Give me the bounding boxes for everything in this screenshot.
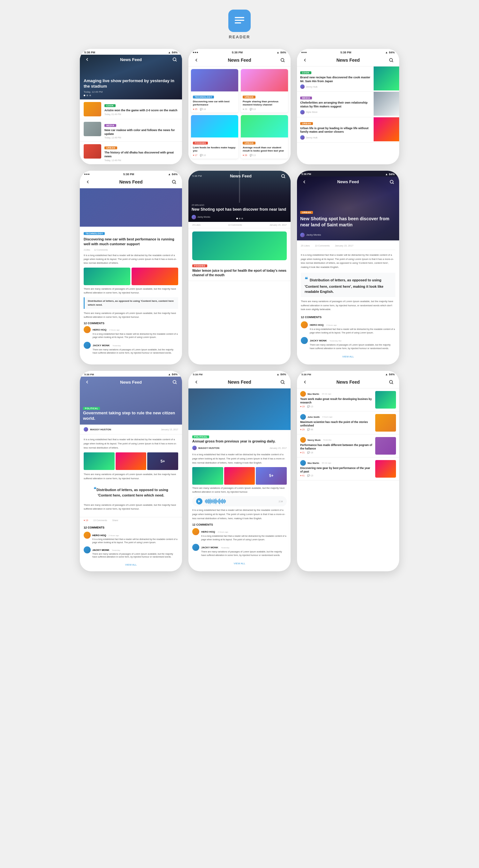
- p5-time: 25 MIN AGO: [192, 204, 287, 206]
- p7-comment-2: JACKY MONK Yesterday There are many vari…: [84, 547, 178, 559]
- article-item-3[interactable]: URBAN Urban life is great by leading in …: [297, 117, 399, 143]
- p6-view-all[interactable]: VIEW ALL: [301, 353, 395, 361]
- back-icon-2: [194, 58, 199, 63]
- svg-marker-19: [198, 500, 200, 503]
- p7-body2: There are many variations of passages of…: [84, 472, 178, 481]
- p8-search[interactable]: [279, 378, 286, 385]
- p8-scroll[interactable]: POLITICAL Annual gross from previous yea…: [189, 430, 290, 571]
- p7-scroll[interactable]: MAGGY HUSTON January 15, 2017 It is a lo…: [80, 425, 182, 571]
- search-btn-2[interactable]: [279, 57, 286, 64]
- back-btn-3[interactable]: [302, 57, 308, 64]
- p9-search[interactable]: [388, 378, 395, 385]
- p9-list: Max Martin 19 min ago Team work make gre…: [297, 389, 399, 480]
- p6-body1: It is a long established fact that a rea…: [301, 253, 395, 270]
- battery-icon: 84%: [172, 51, 177, 54]
- card-title-3: Love foods be foodies make happy you: [193, 146, 236, 153]
- p4-avatar-2: [84, 342, 91, 349]
- nav-bar-9: News Feed: [297, 377, 399, 389]
- feed-item-3[interactable]: URBAN The history of old dhaka has disco…: [80, 142, 182, 164]
- card-3[interactable]: FOODIES Love foods be foodies make happy…: [191, 115, 238, 159]
- search-btn-3[interactable]: [388, 57, 395, 64]
- p4-title: Discovering new car with best performanc…: [84, 237, 178, 247]
- wifi-3: ▲: [385, 51, 388, 54]
- art-title-3: Urban life is great by leading in villag…: [300, 127, 370, 134]
- p5-sub-badge: FOODIES: [192, 265, 207, 267]
- search-button[interactable]: [171, 56, 178, 63]
- phone-4-content[interactable]: TECHNOLOGY Discovering new car with best…: [80, 227, 182, 361]
- article-item-2[interactable]: MEDIA Chelerbrities are arranging their …: [297, 92, 399, 117]
- p6-scroll[interactable]: 25 Likes 13 Comments January 15, 2017 It…: [297, 240, 399, 365]
- art-img-1: [374, 66, 399, 91]
- phone-6-status: 5:38 PM ▲ 84%: [297, 171, 399, 177]
- p8-avatar-2: [192, 544, 199, 551]
- back-button[interactable]: [84, 56, 91, 63]
- feed-title-1: Aristre won the the game with 2-0 score …: [104, 109, 178, 113]
- p8-view-all[interactable]: VIEW ALL: [192, 559, 287, 567]
- nav-bar-8: News Feed: [189, 377, 290, 389]
- p5-search-btn[interactable]: [280, 173, 287, 180]
- p8-hero: [189, 389, 290, 430]
- p7-back[interactable]: [84, 378, 91, 385]
- p5-card[interactable]: FOODIES Water lemon juice is good for he…: [189, 228, 290, 281]
- p6-back-btn[interactable]: [301, 178, 308, 185]
- battery-icon-2: 84%: [280, 51, 286, 54]
- p7-share[interactable]: Share: [112, 519, 118, 521]
- p4-body2: There are many variations of passages of…: [84, 287, 178, 295]
- p9-item-2[interactable]: John Smith 3 hours ago Maximum scientist…: [297, 411, 399, 434]
- card-body-2: URBAN People sharing than previous momen…: [241, 91, 288, 113]
- svg-line-12: [284, 177, 285, 178]
- p4-comment-time-1: 2 Hours ago: [109, 329, 120, 331]
- article-list-3: COOK Brand new reciepe has discovered th…: [297, 66, 399, 143]
- back-btn-4[interactable]: [84, 178, 91, 185]
- card-title-2: People sharing than previous moment hist…: [243, 100, 286, 107]
- p7-author-name: MAGGY HUSTON: [90, 428, 111, 431]
- feed-thumb-3: [84, 144, 101, 159]
- phone-2: 5:38 PM ▲ 84% News Feed T: [189, 49, 290, 164]
- p8-content: POLITICAL Annual gross from previous yea…: [189, 430, 290, 571]
- p7-nav-title: News Feed: [120, 380, 142, 384]
- card-2[interactable]: URBAN People sharing than previous momen…: [241, 69, 288, 113]
- p4-commenter-2: JACKY MONK: [93, 344, 110, 347]
- svg-point-11: [282, 174, 284, 177]
- p6-date: January 15, 2017: [335, 244, 353, 247]
- status-icons-2: ▲ 84%: [277, 51, 286, 54]
- card-1[interactable]: TECHNOLOGY Discovering new car with best…: [191, 69, 238, 113]
- p8-audio-player[interactable]: 2:34: [192, 496, 287, 506]
- card-badge-3: FOODIES: [193, 142, 208, 145]
- nav-title-9: News Feed: [308, 379, 388, 384]
- p7-body3: There are many variations of passages of…: [84, 503, 178, 512]
- p7-hero-title: Government taking step to rule the new c…: [83, 410, 179, 422]
- card-4[interactable]: URBAN Average result than our student re…: [241, 115, 288, 159]
- p7-search[interactable]: [171, 378, 178, 385]
- article-right-1: [374, 66, 399, 91]
- p9-item-3[interactable]: Nancy Musk Yesterday Performance has mad…: [297, 434, 399, 458]
- phone-5: 25 MIN AGO New Shoting spot has been dis…: [189, 171, 290, 365]
- card-meta-3: ♥ 17 💬 10: [193, 154, 236, 157]
- play-button[interactable]: [196, 498, 202, 504]
- card-img-3: [191, 115, 238, 137]
- p8-images: 5+: [192, 467, 287, 485]
- status-icons-1: ▲ 84%: [168, 51, 177, 54]
- p8-back[interactable]: [193, 378, 200, 385]
- p9-back[interactable]: [302, 378, 308, 385]
- p7-body1: It is a long established fact that a rea…: [84, 438, 178, 450]
- p7-avatar: [84, 427, 88, 432]
- feed-item-1[interactable]: COOK Aristre won the the game with 2-0 s…: [80, 99, 182, 119]
- feed-item-2[interactable]: MEDIA New car realese with color and fol…: [80, 119, 182, 142]
- p9-item-1[interactable]: Max Martin 19 min ago Team work make gre…: [297, 389, 399, 411]
- article-left-2: MEDIA Chelerbrities are arranging their …: [297, 92, 374, 117]
- hero-title: Amaging live show performed by yesterday…: [84, 78, 178, 89]
- p9-item-4[interactable]: Max Martin 39 min ago Discovering new ge…: [297, 458, 399, 480]
- search-btn-4[interactable]: [171, 178, 177, 185]
- p7-img-2: [115, 453, 146, 470]
- p4-content-inner: TECHNOLOGY Discovering new car with best…: [80, 227, 182, 361]
- back-icon-8: [194, 379, 199, 384]
- hero-time: Today, 12:49 PM: [84, 91, 178, 93]
- article-item-1[interactable]: COOK Brand new reciepe has discovered th…: [297, 66, 399, 92]
- svg-line-14: [393, 183, 394, 184]
- p5-title: New Shoting spot has been discover from …: [192, 207, 287, 212]
- back-btn-2[interactable]: [193, 57, 200, 64]
- p6-search-btn[interactable]: [388, 178, 395, 185]
- p7-view-all[interactable]: VIEW ALL: [84, 561, 178, 569]
- search-icon-8: [280, 379, 285, 384]
